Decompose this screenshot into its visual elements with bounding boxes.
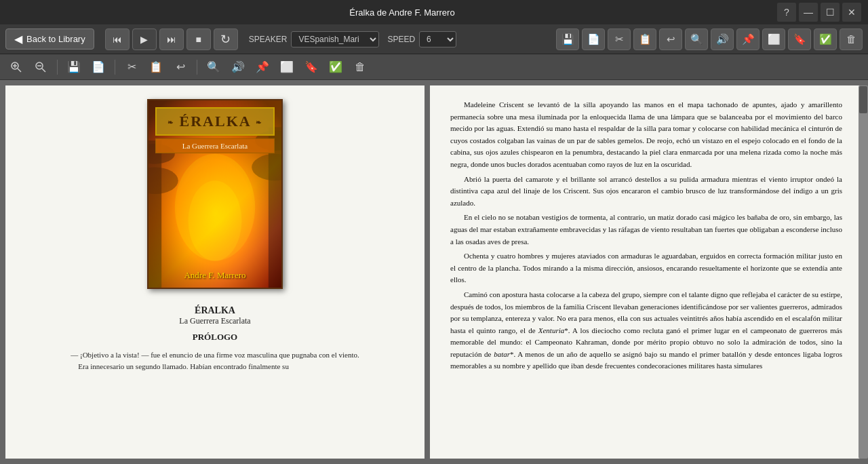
secondary-toolbar: 💾 📄 ✂ 📋 ↩ 🔍 🔊 📌 ⬜ 🔖 ✅ 🗑: [0, 54, 868, 80]
tb2-bookmark-btn[interactable]: 🔖: [300, 58, 322, 77]
tb2-cut-btn[interactable]: ✂: [121, 58, 142, 77]
main-toolbar: ◀ Back to Library ⏮ ▶ ⏭ ■ ↻ SPEAKER VESp…: [0, 24, 868, 54]
speaker-select[interactable]: VESpanish_Mari: [291, 31, 379, 47]
delete-icon-btn[interactable]: 🗑: [840, 28, 863, 50]
zoom-out-btn[interactable]: [30, 58, 52, 77]
book-chapter: PRÓLOGO: [193, 332, 237, 343]
paragraph-1: Madeleine Criscent se levantó de la sill…: [450, 99, 842, 171]
help-button[interactable]: ?: [777, 3, 796, 22]
scrollbar-thumb[interactable]: [859, 86, 867, 113]
book-title: ÉRALKA: [195, 305, 235, 316]
paragraph-4: Ochenta y cuatro hombres y mujeres atavi…: [450, 250, 842, 286]
cover-main-title: ❧ ÉRALKA ❧: [165, 113, 265, 130]
tb2-frame-btn[interactable]: ⬜: [276, 58, 298, 77]
svg-line-5: [42, 69, 45, 72]
window-title: Éralka de Andre F. Marrero: [27, 7, 777, 18]
tb2-trash-btn[interactable]: 🗑: [349, 58, 371, 77]
book-cover: ❧ ÉRALKA ❧ La Guerrera Escarlata Andre F…: [147, 99, 283, 289]
speaker-section: SPEAKER VESpanish_Mari: [249, 31, 380, 47]
cover-author: Andre F. Marrero: [155, 270, 275, 281]
back-arrow-icon: ◀: [14, 33, 22, 45]
speed-label: SPEED: [387, 35, 415, 44]
save-icon-btn[interactable]: 💾: [556, 28, 579, 50]
frame-icon-btn[interactable]: ⬜: [762, 28, 785, 50]
tb2-search-btn[interactable]: 🔍: [203, 58, 224, 77]
copy-icon-btn[interactable]: 📋: [633, 28, 656, 50]
repeat-button[interactable]: ↻: [214, 28, 238, 50]
cover-subtitle-box: La Guerrera Escarlata: [155, 138, 275, 153]
speed-section: SPEED 6: [387, 31, 456, 47]
minimize-button[interactable]: —: [799, 3, 818, 22]
zoom-in-btn[interactable]: [5, 58, 27, 77]
scrollbar[interactable]: [859, 85, 868, 459]
play-button[interactable]: ▶: [132, 28, 157, 50]
content-area: ❧ ÉRALKA ❧ La Guerrera Escarlata Andre F…: [0, 80, 868, 464]
paragraph-5: Caminó con apostura hasta colocarse a la…: [450, 289, 842, 372]
toolbar-right-icons: 💾 📄 ✂ 📋 ↩ 🔍 🔊 📌 ⬜ 🔖 ✅ 🗑: [556, 28, 863, 50]
book-excerpt: — ¡Objetivo a la vista! — fue el enuncio…: [71, 349, 359, 372]
stop-button[interactable]: ■: [186, 28, 211, 50]
speaker-icon-btn[interactable]: 🔊: [711, 28, 734, 50]
back-to-library-button[interactable]: ◀ Back to Library: [5, 28, 94, 50]
next-button[interactable]: ⏭: [159, 28, 184, 50]
tb2-annotate-btn[interactable]: 📌: [252, 58, 273, 77]
close-button[interactable]: ✕: [842, 3, 861, 22]
separator-3: [197, 60, 197, 75]
bookmark-icon-btn[interactable]: 🔖: [788, 28, 811, 50]
zoom-icon-btn[interactable]: 🔍: [685, 28, 708, 50]
pin-icon-btn[interactable]: 📌: [736, 28, 760, 50]
maximize-button[interactable]: ☐: [821, 3, 840, 22]
cover-subtitle: La Guerrera Escarlata: [161, 142, 269, 150]
undo-icon-btn[interactable]: ↩: [659, 28, 682, 50]
cut-icon-btn[interactable]: ✂: [608, 28, 631, 50]
transport-controls: ⏮ ▶ ⏭ ■ ↻: [105, 28, 238, 50]
new-page-icon-btn[interactable]: 📄: [582, 28, 605, 50]
svg-line-1: [18, 69, 21, 72]
right-page-text: Madeleine Criscent se levantó de la sill…: [450, 99, 842, 372]
tb2-undo-btn[interactable]: ↩: [170, 58, 191, 77]
title-bar: Éralka de Andre F. Marrero ? — ☐ ✕: [0, 0, 868, 24]
speaker-label: SPEAKER: [249, 35, 288, 44]
prev-button[interactable]: ⏮: [105, 28, 130, 50]
separator-2: [115, 60, 115, 75]
paragraph-2: Abrió la puerta del camarote y el brilla…: [450, 174, 842, 210]
tb2-save-btn[interactable]: 💾: [63, 58, 85, 77]
book-subtitle: La Guerrera Escarlata: [179, 316, 250, 326]
svg-point-15: [189, 180, 242, 260]
back-label: Back to Library: [26, 34, 85, 44]
cover-title-box: ❧ ÉRALKA ❧: [155, 107, 275, 136]
tb2-check-btn[interactable]: ✅: [325, 58, 347, 77]
tb2-copy-btn[interactable]: 📋: [145, 58, 167, 77]
check-icon-btn[interactable]: ✅: [814, 28, 837, 50]
paragraph-3: En el cielo no se notaban vestigios de t…: [450, 212, 842, 248]
separator-1: [57, 60, 58, 75]
speed-select[interactable]: 6: [419, 31, 456, 47]
right-page: Madeleine Criscent se levantó de la sill…: [430, 85, 863, 459]
tb2-newdoc-btn[interactable]: 📄: [87, 58, 109, 77]
left-page: ❧ ÉRALKA ❧ La Guerrera Escarlata Andre F…: [5, 85, 425, 459]
tb2-voice-btn[interactable]: 🔊: [227, 58, 249, 77]
